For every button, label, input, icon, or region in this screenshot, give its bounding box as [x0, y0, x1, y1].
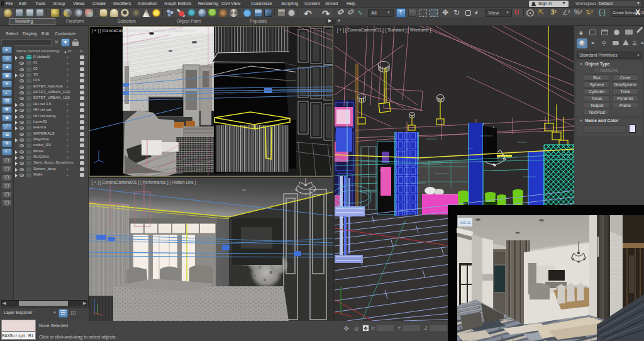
svg-text:[ + ] [ CoronaCamera011 ] [ St: [ + ] [ CoronaCamera011 ] [ Standard ] [… — [337, 28, 431, 33]
svg-text:[ + ] [ CoronaCamera001 ] [ Pe: [ + ] [ CoronaCamera001 ] [ Performance … — [92, 180, 196, 185]
svg-text:[ + ] [ CoronaCamera004 ] [ Us: [ + ] [ CoronaCamera004 ] [ User Defined… — [92, 28, 196, 33]
svg-text:VIZ 01: VIZ 01 — [460, 221, 471, 225]
